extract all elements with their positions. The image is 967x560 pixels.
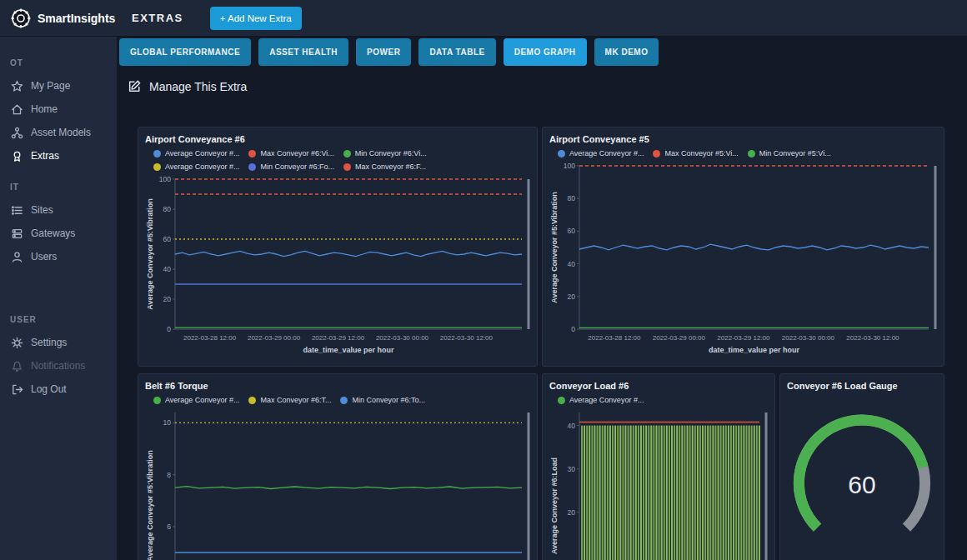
sidebar-item-home[interactable]: Home xyxy=(0,98,117,121)
list-icon xyxy=(10,203,23,217)
sidebar-item-sites[interactable]: Sites xyxy=(0,198,117,222)
legend-item[interactable]: Max Conveyor #5:Vi... xyxy=(653,149,738,158)
svg-text:Average Conveyor #5:Vibration: Average Conveyor #5:Vibration xyxy=(146,450,154,560)
extras-tab-bar: GLOBAL PERFORMANCE ASSET HEALTH POWER DA… xyxy=(119,38,659,66)
legend-label: Min Conveyor #6:To... xyxy=(352,396,425,404)
legend-item[interactable]: Min Conveyor #6:Vi... xyxy=(343,149,427,158)
legend-dot-icon xyxy=(153,163,161,171)
tab-asset-health[interactable]: ASSET HEALTH xyxy=(258,38,348,66)
sidebar-item-asset-models[interactable]: Asset Models xyxy=(0,121,117,144)
legend-item[interactable]: Min Conveyor #6:Fo... xyxy=(248,162,334,171)
chart-card-conveyor-6-load-gauge: Conveyor #6 Load Gauge 60 xyxy=(779,373,944,560)
server-icon xyxy=(10,227,23,240)
legend-label: Average Conveyor #... xyxy=(569,396,644,404)
chart-card-belt-6-torque: Belt #6 Torque Average Conveyor #...Max … xyxy=(138,373,538,560)
add-new-extra-button[interactable]: + Add New Extra xyxy=(210,7,302,30)
tab-demo-graph[interactable]: DEMO GRAPH xyxy=(504,38,587,66)
svg-text:100: 100 xyxy=(564,162,575,170)
chart-legend: Average Conveyor #... xyxy=(558,396,768,404)
gear-icon xyxy=(10,336,23,349)
sidebar-item-label: Sites xyxy=(31,204,53,216)
line-chart-svg[interactable]: 020406080100Average Conveyor #5:Vibratio… xyxy=(145,172,530,359)
svg-text:60: 60 xyxy=(848,471,875,498)
chart-title: Conveyor #6 Load Gauge xyxy=(787,381,937,391)
manage-extra-label: Manage This Extra xyxy=(149,80,247,93)
legend-item[interactable]: Average Conveyor #... xyxy=(558,149,644,158)
sidebar-item-settings[interactable]: Settings xyxy=(0,331,117,354)
chart-card-conveyor-load-6: Conveyor Load #6 Average Conveyor #... 2… xyxy=(542,373,775,560)
svg-text:20: 20 xyxy=(163,295,172,303)
svg-text:100: 100 xyxy=(159,175,171,183)
legend-label: Average Conveyor #... xyxy=(569,149,644,158)
sidebar-item-notifications[interactable]: Notifications xyxy=(0,354,117,378)
chart-card-airport-conveyance-5: Airport Conveyance #5 Average Conveyor #… xyxy=(542,127,944,367)
chart-legend: Average Conveyor #...Max Conveyor #6:Vi.… xyxy=(153,149,530,171)
legend-item[interactable]: Max Conveyor #6:T... xyxy=(248,396,331,404)
legend-label: Average Conveyor #... xyxy=(165,149,239,158)
legend-dot-icon xyxy=(248,397,256,404)
sidebar-item-log-out[interactable]: Log Out xyxy=(0,378,117,401)
legend-item[interactable]: Min Conveyor #5:Vi... xyxy=(748,149,831,158)
legend-label: Max Conveyor #6:Vi... xyxy=(260,149,333,158)
legend-dot-icon xyxy=(343,163,351,171)
sidebar-item-gateways[interactable]: Gateways xyxy=(0,222,117,245)
page-title: EXTRAS xyxy=(132,12,183,24)
line-chart-svg[interactable]: 46810Average Conveyor #5:Vibration xyxy=(145,406,530,560)
legend-dot-icon xyxy=(340,397,348,404)
legend-item[interactable]: Min Conveyor #6:To... xyxy=(340,396,425,404)
edit-icon xyxy=(128,79,142,93)
sidebar-item-label: Gateways xyxy=(31,228,75,239)
chart-legend: Average Conveyor #...Max Conveyor #5:Vi.… xyxy=(558,149,937,158)
svg-text:30: 30 xyxy=(568,465,576,473)
tab-data-table[interactable]: DATA TABLE xyxy=(418,38,495,66)
tab-power[interactable]: POWER xyxy=(356,38,411,66)
svg-text:60: 60 xyxy=(163,235,172,243)
tab-global-performance[interactable]: GLOBAL PERFORMANCE xyxy=(119,38,251,66)
chart-title: Belt #6 Torque xyxy=(145,381,530,391)
home-icon xyxy=(10,102,23,116)
chart-title: Airport Conveyance #5 xyxy=(549,134,937,144)
legend-label: Min Conveyor #6:Vi... xyxy=(355,149,427,158)
logout-icon xyxy=(10,382,23,396)
app-logo[interactable]: SmartInsights xyxy=(0,8,117,29)
legend-item[interactable]: Average Conveyor #... xyxy=(153,149,239,158)
sidebar-item-label: Settings xyxy=(31,337,67,348)
legend-item[interactable]: Max Conveyor #6:Vi... xyxy=(248,149,333,158)
sidebar-item-extras[interactable]: Extras xyxy=(0,144,117,168)
legend-item[interactable]: Average Conveyor #... xyxy=(153,396,239,404)
svg-text:20: 20 xyxy=(568,508,576,517)
sidebar-item-label: Home xyxy=(31,103,58,115)
sidebar-item-label: Asset Models xyxy=(31,127,91,138)
svg-text:8: 8 xyxy=(167,471,171,479)
legend-item[interactable]: Max Conveyor #6:F... xyxy=(343,162,426,171)
svg-text:2022-03-30 12:00: 2022-03-30 12:00 xyxy=(846,334,899,342)
svg-text:10: 10 xyxy=(163,418,172,427)
chart-card-airport-conveyance-6: Airport Conveyance #6 Average Conveyor #… xyxy=(138,127,538,367)
legend-dot-icon xyxy=(153,397,161,404)
bar-chart-svg[interactable]: 203040Average Conveyor #6:Load xyxy=(549,406,768,560)
tab-mk-demo[interactable]: MK DEMO xyxy=(594,38,659,66)
gauge-chart-svg[interactable]: 60 xyxy=(787,394,937,560)
svg-text:2022-03-29 12:00: 2022-03-29 12:00 xyxy=(717,334,770,342)
sidebar-item-users[interactable]: Users xyxy=(0,245,117,268)
manage-extra-link[interactable]: Manage This Extra xyxy=(128,79,247,93)
svg-text:2022-03-28 12:00: 2022-03-28 12:00 xyxy=(183,334,237,342)
svg-text:2022-03-30 00:00: 2022-03-30 00:00 xyxy=(376,334,429,342)
legend-item[interactable]: Average Conveyor #... xyxy=(153,162,239,171)
legend-item[interactable]: Average Conveyor #... xyxy=(558,396,644,404)
gear-logo-icon xyxy=(10,8,32,29)
legend-label: Max Conveyor #6:F... xyxy=(355,162,426,171)
topbar: SmartInsights EXTRAS + Add New Extra xyxy=(0,0,967,37)
svg-text:Average Conveyor #5:Vibration: Average Conveyor #5:Vibration xyxy=(146,198,154,310)
svg-text:0: 0 xyxy=(571,325,575,333)
line-chart-svg[interactable]: 020406080100Average Conveyor #5:Vibratio… xyxy=(549,159,937,359)
svg-text:80: 80 xyxy=(568,194,576,202)
svg-text:2022-03-29 00:00: 2022-03-29 00:00 xyxy=(653,334,706,342)
sidebar-item-my-page[interactable]: My Page xyxy=(0,74,117,98)
legend-dot-icon xyxy=(248,163,256,171)
sidebar-item-label: My Page xyxy=(31,80,70,92)
legend-label: Max Conveyor #5:Vi... xyxy=(664,149,738,158)
legend-dot-icon xyxy=(653,150,660,158)
app-name: SmartInsights xyxy=(38,12,115,25)
sidebar-item-label: Users xyxy=(31,251,57,262)
